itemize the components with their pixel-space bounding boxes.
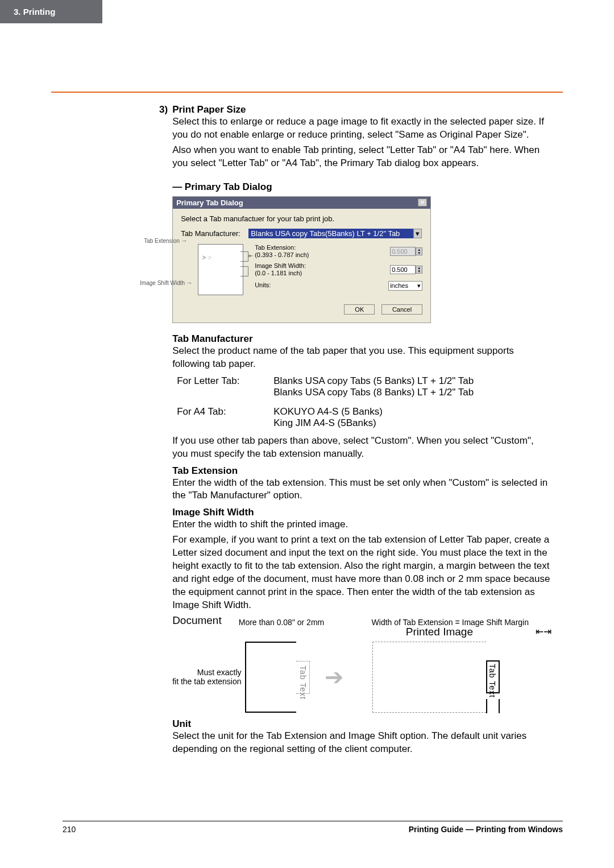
dialog-preview: ⇤ > > <box>198 244 243 295</box>
close-icon[interactable]: ✕ <box>418 199 427 206</box>
chapter-header: 3. Printing <box>0 0 102 23</box>
dialog-title: Primary Tab Dialog <box>176 199 243 207</box>
chevron-down-icon[interactable]: ▾ <box>413 229 422 238</box>
units-select[interactable]: inches ▾ <box>388 281 422 291</box>
image-shift-heading: Image Shift Width <box>172 507 551 518</box>
width-bracket-icon: ⇤⇥ <box>536 626 551 638</box>
dialog-titlebar: Primary Tab Dialog ✕ <box>173 197 430 209</box>
fit-extension-label: fit the tab extension <box>172 677 241 686</box>
tab-extension-input[interactable] <box>390 247 416 256</box>
image-shift-field-label: Image Shift Width: <box>255 262 306 270</box>
arrow-right-icon: → <box>181 237 188 244</box>
item-number: 3) <box>159 104 168 758</box>
unit-heading: Unit <box>172 718 551 730</box>
dialog-heading: — Primary Tab Dialog <box>172 181 551 193</box>
a4-tab-values: KOKUYO A4-S (5 Banks) King JIM A4-S (5Ba… <box>273 406 551 429</box>
cancel-button[interactable]: Cancel <box>381 304 422 315</box>
a4-tab-label: For A4 Tab: <box>177 406 273 429</box>
image-shift-range: (0.0 - 1.181 inch) <box>255 270 306 277</box>
image-shift-p2: For example, if you want to print a text… <box>172 534 551 612</box>
footer-right: Printing Guide — Printing from Windows <box>409 825 563 834</box>
spinner-arrows-icon[interactable]: ▲▼ <box>416 266 422 274</box>
units-label: Units: <box>255 282 271 289</box>
preview-tab-extension-label: Tab Extension → <box>144 237 188 244</box>
arrow-right-icon: → <box>186 279 193 286</box>
tab-manufacturer-after: If you use other tab papers than above, … <box>172 435 551 461</box>
image-shift-spinner[interactable]: ▲▼ <box>390 265 422 274</box>
tab-glyph-icon: > <box>208 254 211 262</box>
letter-tab-label: For Letter Tab: <box>177 375 273 398</box>
diagram-printed-label: Printed Image <box>406 626 473 638</box>
shift-diagram: Document More than 0.08" or 2mm Width of… <box>172 614 551 713</box>
must-exactly-label: Must exactly <box>172 668 241 677</box>
primary-tab-dialog: Primary Tab Dialog ✕ Select a Tab manufa… <box>172 196 431 323</box>
chapter-title: 3. Printing <box>14 7 55 16</box>
tab-defs-table: For Letter Tab: Blanks USA copy Tabs (5 … <box>177 375 551 429</box>
tab-extension-text: Enter the width of the tab extension. Th… <box>172 477 551 503</box>
tab-extension-heading: Tab Extension <box>172 465 551 477</box>
para2: Also when you want to enable Tab printin… <box>172 144 551 170</box>
image-shift-p1: Enter the width to shift the printed ima… <box>172 518 551 531</box>
diagram-document-label: Document <box>172 614 222 627</box>
image-shift-input[interactable] <box>390 265 416 274</box>
tab-extension-spinner[interactable]: ▲▼ <box>390 247 422 256</box>
spinner-arrows-icon[interactable]: ▲▼ <box>416 247 422 255</box>
tab-ext-range: (0.393 - 0.787 inch) <box>255 251 309 259</box>
arrow-left-icon: ⇤ <box>248 253 253 259</box>
manufacturer-select[interactable]: Blanks USA copy Tabs(5Banks) LT + 1/2" T… <box>248 229 413 238</box>
tab-manufacturer-heading: Tab Manufacturer <box>172 333 551 345</box>
item-title: Print Paper Size <box>172 104 551 115</box>
preview-image-shift-label: Image Shift Width → <box>140 279 193 286</box>
dialog-body: Select a Tab manufactuer for your tab pr… <box>173 209 430 323</box>
tab-ext-field-label: Tab Extension: <box>255 244 309 251</box>
page-footer: 210 Printing Guide — Printing from Windo… <box>63 821 563 834</box>
diagram-margin-note: More than 0.08" or 2mm <box>239 618 324 627</box>
tab-text-vertical: Tab Text <box>488 664 497 698</box>
para1: Select this to enlarge or reduce a page … <box>172 115 551 142</box>
page-number: 210 <box>63 825 76 834</box>
arrow-right-icon: ➔ <box>325 664 344 690</box>
tab-manufacturer-text: Select the product name of the tab paper… <box>172 345 551 371</box>
chevron-down-icon[interactable]: ▾ <box>417 282 421 290</box>
section-rule <box>51 92 563 93</box>
ok-button[interactable]: OK <box>344 304 375 315</box>
tab-glyph-icon: > <box>202 254 206 262</box>
letter-tab-values: Blanks USA copy Tabs (5 Banks) LT + 1/2"… <box>273 375 551 398</box>
tab-text-vertical: Tab Text <box>298 666 308 700</box>
dialog-instruction: Select a Tab manufactuer for your tab pr… <box>181 214 422 223</box>
unit-text: Select the unit for the Tab Extension an… <box>172 730 551 756</box>
manufacturer-label: Tab Manufacturer: <box>181 229 240 238</box>
